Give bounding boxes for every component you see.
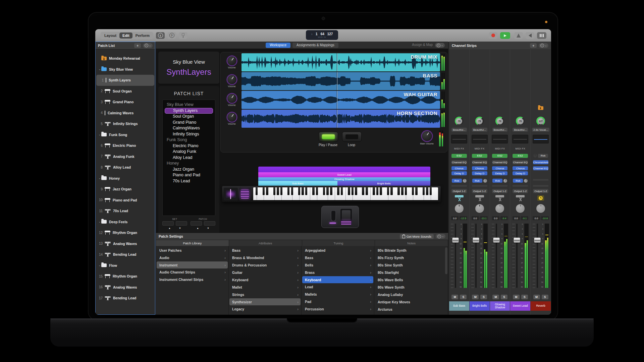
playhead[interactable] [337, 72, 337, 90]
layer-bar-sub-bass[interactable]: Sub Bass [258, 181, 337, 186]
black-key[interactable] [291, 187, 293, 195]
patch-next-button[interactable] [204, 221, 215, 226]
pan-value[interactable]: 0.0 [513, 216, 520, 220]
audio-fx-slot[interactable]: Channel EQ [451, 160, 467, 164]
eq-thumbnail[interactable] [512, 135, 528, 143]
tab-workspace[interactable]: Workspace [266, 43, 290, 48]
chevron-down-icon[interactable]: ⌄ [98, 68, 101, 71]
library-item-lead[interactable]: Lead› [302, 283, 374, 291]
channel-strips-action-menu[interactable]: ⌄ [539, 43, 548, 48]
black-key[interactable] [430, 187, 432, 195]
patch-list-item-synth-layers[interactable]: 1Synth Layers [96, 75, 154, 86]
widget-patch-calmngwaves[interactable]: CalmngWaves [164, 125, 214, 131]
set-down-icon[interactable]: ▼ [179, 227, 181, 229]
workspace-action-menu[interactable]: ⌄ [435, 43, 445, 48]
mode-button-layout[interactable]: Layout [101, 33, 119, 39]
black-key[interactable] [337, 187, 339, 195]
solo-button[interactable]: S [460, 295, 467, 299]
solo-button[interactable]: S [521, 295, 528, 299]
library-tab-patch-library[interactable]: Patch Library [156, 240, 229, 246]
solo-button[interactable]: S [501, 295, 507, 299]
waveform-region[interactable]: HORN SECTION [241, 110, 440, 128]
level-knob[interactable]: 79 [495, 117, 504, 125]
level-knob[interactable]: 79 [475, 117, 484, 125]
patch-list-item-analog-waves[interactable]: 16Analog Waves [95, 282, 155, 293]
black-key[interactable] [373, 187, 375, 195]
library-item-80s-wave-synth[interactable]: 80s Wave Synth [374, 284, 448, 291]
audio-fx-slot[interactable]: Chorus [492, 166, 507, 170]
fader-cap[interactable] [514, 238, 520, 243]
pan-value[interactable]: 0.0 [533, 216, 540, 220]
fader-track[interactable] [496, 224, 497, 288]
strip-name-label[interactable]: Sub Bass [449, 301, 469, 311]
library-item-audio[interactable]: Audio› [156, 254, 228, 261]
black-key[interactable] [376, 187, 379, 195]
black-key[interactable] [298, 187, 301, 195]
mode-button-perform[interactable]: Perform [132, 33, 153, 39]
patch-list-item-analog-funk[interactable]: 7Analog Funk [95, 151, 155, 162]
send-knob[interactable] [483, 179, 487, 183]
gain-value[interactable]: -10.6 [541, 216, 549, 220]
send-knob[interactable] [503, 179, 507, 183]
black-key[interactable] [316, 187, 318, 195]
widget-set-sky-blue-view[interactable]: Sky Blue View [164, 102, 214, 108]
volume-knob[interactable] [227, 94, 236, 103]
widget-patch-piano-and-pad[interactable]: Piano and Pad [164, 172, 214, 178]
patch-list-item-70s-lead[interactable]: 1170s Lead [95, 205, 155, 217]
black-key[interactable] [312, 187, 315, 195]
strip-name-label[interactable]: Glowing Shadow [490, 301, 510, 311]
chevron-down-icon[interactable]: ⌄ [98, 133, 101, 136]
black-key[interactable] [323, 187, 325, 195]
patch-list-item-infinity-strings[interactable]: 5Infinity Strings [95, 118, 155, 129]
audio-fx-slot[interactable]: Channel EQ [472, 160, 487, 164]
black-key[interactable] [273, 187, 276, 195]
level-knob[interactable]: 127 [536, 117, 545, 125]
strip-name-label[interactable]: Reverb [531, 301, 551, 311]
preset-name[interactable]: 2.6s Vocal... [532, 128, 549, 132]
black-key[interactable] [352, 187, 354, 195]
set-up-icon[interactable]: ▲ [168, 227, 171, 229]
output-slot[interactable]: Output 1-2 [513, 189, 528, 193]
solo-button[interactable]: S [480, 295, 487, 299]
white-key[interactable] [434, 187, 438, 200]
layer-bar-top[interactable] [258, 167, 430, 172]
set-prev-button[interactable] [162, 221, 174, 226]
send-knob[interactable] [463, 179, 467, 183]
send-knob[interactable] [524, 179, 528, 183]
level-knob[interactable]: 79 [516, 117, 525, 125]
patch-list-widget-list[interactable]: Sky Blue ViewSynth LayersSoul OrganGrand… [162, 100, 215, 216]
fader-cap[interactable] [452, 238, 459, 243]
black-key[interactable] [401, 187, 404, 195]
piano-keys[interactable] [253, 187, 438, 201]
patch-list-set-honey[interactable]: ⌄Honey [95, 173, 155, 184]
pan-value[interactable]: 0.0 [451, 216, 459, 220]
library-item-brass-woodwind[interactable]: Brass & Woodwind› [229, 254, 301, 261]
patch-list-item-grand-piano[interactable]: 3Grand Piano [95, 97, 155, 108]
pan-value[interactable]: 0.0 [472, 216, 479, 220]
patch-list-concert-monday-rehearsal[interactable]: Monday Rehearsal [95, 53, 155, 64]
patch-list-set-flow[interactable]: ⌄Flow [95, 260, 155, 271]
preset-name[interactable]: Beautiful... [492, 128, 508, 132]
patch-list-item-soul-organ[interactable]: 2Soul Organ [95, 86, 155, 97]
widget-set-honey[interactable]: Honey [164, 161, 214, 167]
instrument-slot[interactable]: ES2 [451, 154, 467, 158]
library-item-80s-wave-bells[interactable]: 80s Wave Bells [374, 276, 448, 284]
eq-thumbnail[interactable] [533, 135, 549, 143]
send-slot[interactable]: Rvb [472, 179, 482, 183]
record-button[interactable] [489, 32, 497, 39]
audio-fx-slot[interactable]: Chorus [513, 166, 528, 170]
volume-knob[interactable] [227, 56, 236, 65]
audio-fx-slot[interactable]: Delay D [513, 171, 528, 175]
waveform-region[interactable]: BASS [241, 72, 440, 90]
patch-settings-action-menu[interactable]: ⌄ [436, 234, 445, 239]
audio-fx-slot[interactable]: Delay D [492, 171, 507, 175]
patch-prev-button[interactable] [191, 221, 202, 226]
instrument-slot[interactable]: ES2 [513, 154, 528, 158]
mute-button[interactable]: M [533, 295, 540, 299]
library-item-audio-channel-strips[interactable]: Audio Channel Strips› [156, 268, 228, 276]
fader-track[interactable] [516, 224, 518, 288]
pan-knob[interactable] [536, 204, 545, 213]
chevron-down-icon[interactable]: ⌄ [98, 264, 101, 267]
instrument-slot[interactable]: ES2 [492, 154, 507, 158]
play-pause-button[interactable] [319, 132, 338, 142]
